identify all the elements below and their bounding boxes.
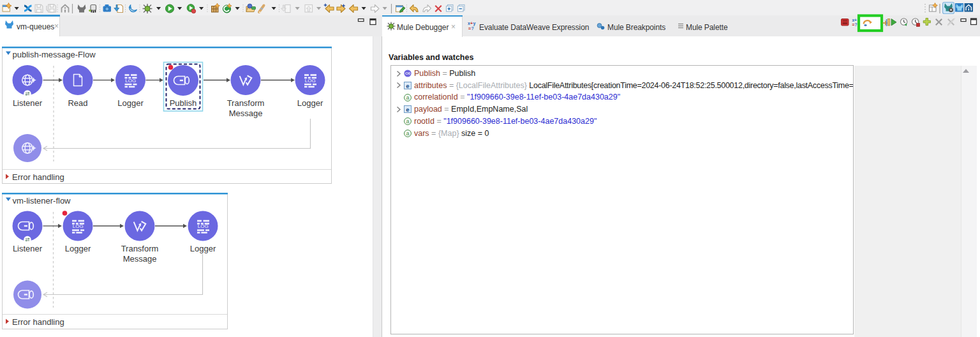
svg-text:Error handling: Error handling (12, 172, 64, 182)
svg-text:Logger: Logger (190, 244, 216, 253)
svg-text:Logger: Logger (117, 98, 144, 108)
svg-text:publish-message-Flow: publish-message-Flow (13, 50, 96, 59)
svg-text:Message: Message (123, 254, 157, 264)
svg-text:Logger: Logger (297, 98, 323, 108)
svg-text:a: a (406, 94, 409, 101)
svg-text:Logger: Logger (65, 244, 91, 253)
svg-text:Transform: Transform (121, 244, 159, 253)
svg-text:a: a (406, 118, 409, 124)
svg-text:Message: Message (229, 109, 263, 118)
svg-text:Publish: Publish (170, 98, 197, 108)
svg-text:Listener: Listener (13, 244, 43, 253)
svg-text:Transform: Transform (227, 98, 265, 108)
svg-text:a: a (406, 130, 409, 137)
svg-text:Read: Read (68, 98, 87, 108)
svg-text:Error handling: Error handling (12, 317, 64, 327)
svg-text:?: ? (471, 26, 474, 31)
svg-text:?: ? (855, 22, 858, 27)
svg-text:e: e (406, 82, 409, 89)
svg-text:Listener: Listener (13, 98, 43, 108)
svg-text:vm-listener-flow: vm-listener-flow (13, 196, 71, 206)
svg-text:+: + (470, 21, 473, 26)
svg-text:e: e (406, 106, 409, 113)
svg-text:=: = (468, 26, 471, 31)
